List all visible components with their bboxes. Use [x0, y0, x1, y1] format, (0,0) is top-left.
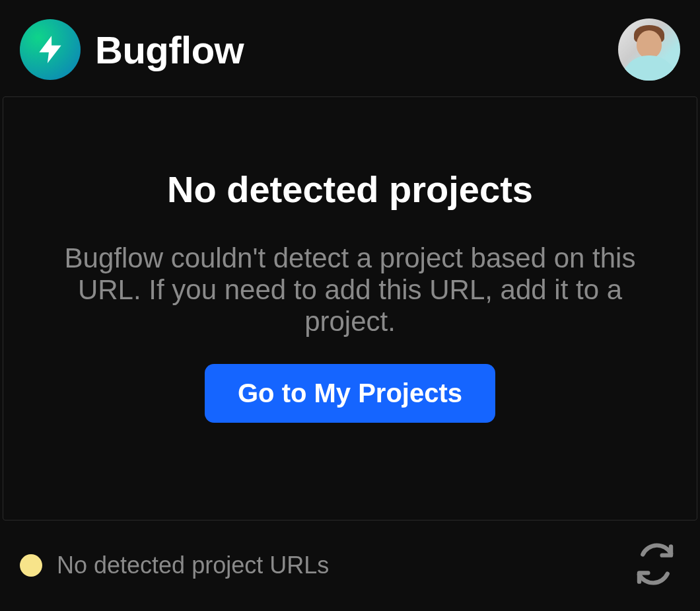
avatar[interactable]	[618, 18, 680, 81]
brand: Bugflow	[20, 19, 244, 80]
footer: No detected project URLs	[0, 521, 700, 611]
refresh-button[interactable]	[630, 539, 680, 591]
go-to-projects-button[interactable]: Go to My Projects	[205, 364, 495, 423]
status-text: No detected project URLs	[57, 552, 329, 579]
bolt-logo-icon	[20, 19, 81, 80]
status-indicator: No detected project URLs	[20, 552, 329, 579]
empty-state-title: No detected projects	[167, 168, 533, 211]
status-dot-icon	[20, 554, 42, 577]
refresh-icon	[634, 543, 676, 587]
empty-state-description: Bugflow couldn't detect a project based …	[46, 242, 654, 338]
header: Bugflow	[0, 0, 700, 96]
brand-name: Bugflow	[95, 28, 244, 72]
empty-state-card: No detected projects Bugflow couldn't de…	[3, 96, 697, 521]
